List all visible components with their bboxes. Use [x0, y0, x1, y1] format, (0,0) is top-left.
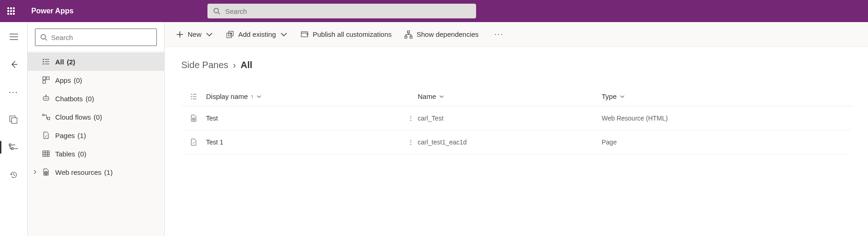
hamburger-button[interactable]: [5, 28, 23, 46]
add-existing-icon: [226, 30, 235, 39]
nav-list: All (2) Apps (0) Chatbots (0) Cloud flow…: [28, 51, 164, 181]
rail-more-button[interactable]: ···: [5, 83, 23, 101]
nav-count: (0): [94, 113, 102, 121]
sidebar: All (2) Apps (0) Chatbots (0) Cloud flow…: [28, 22, 165, 236]
header-display-name[interactable]: Display name ↑: [206, 92, 418, 100]
rail-objects-button[interactable]: [5, 110, 23, 129]
breadcrumb: Side Panes › All: [165, 47, 868, 70]
nav-label: Pages: [55, 132, 75, 139]
new-button[interactable]: New: [176, 30, 213, 39]
nav-count: (2): [67, 58, 75, 66]
chatbot-icon: [41, 95, 51, 102]
chevron-down-icon: [620, 94, 625, 99]
list-icon: [190, 93, 197, 100]
arrow-left-icon: [10, 60, 18, 69]
svg-point-29: [46, 95, 46, 96]
sidebar-search[interactable]: [35, 29, 157, 46]
search-icon: [40, 34, 47, 41]
list-tree-icon: [9, 143, 19, 151]
svg-rect-26: [43, 81, 46, 83]
nav-item-pages[interactable]: Pages (1): [28, 126, 164, 144]
header-label: Display name: [206, 92, 248, 100]
nav-item-tables[interactable]: Tables (0): [28, 144, 164, 163]
global-search-input[interactable]: [225, 7, 471, 15]
row-actions-button[interactable]: ⋮: [404, 115, 418, 122]
nav-item-cloudflows[interactable]: Cloud flows (0): [28, 108, 164, 126]
app-launcher-button[interactable]: [0, 0, 22, 22]
breadcrumb-root[interactable]: Side Panes: [181, 60, 228, 70]
chevron-down-icon: [439, 94, 444, 99]
add-existing-button[interactable]: Add existing: [226, 30, 288, 39]
ellipsis-icon: ···: [9, 87, 18, 97]
nav-item-webresources[interactable]: Web resources (1): [28, 163, 164, 181]
svg-rect-48: [408, 31, 410, 33]
top-bar: Power Apps: [0, 0, 868, 22]
command-bar: New Add existing Publish all customizati…: [165, 22, 868, 47]
row-display-name: Test 1: [206, 138, 404, 146]
nav-count: (1): [78, 132, 86, 139]
header-label: Type: [602, 92, 617, 100]
header-type[interactable]: Type: [602, 92, 851, 100]
command-overflow-button[interactable]: ···: [492, 29, 507, 39]
svg-line-1: [218, 12, 220, 14]
chevron-down-icon: [205, 30, 213, 39]
nav-count: (0): [74, 76, 82, 84]
nav-label: Chatbots: [55, 95, 83, 103]
global-search[interactable]: [207, 4, 476, 18]
grid-header: Display name ↑ Name Type: [181, 87, 851, 106]
sidebar-search-input[interactable]: [51, 34, 152, 41]
vertical-ellipsis-icon: ⋮: [408, 138, 414, 146]
svg-rect-50: [410, 36, 413, 38]
svg-point-20: [43, 61, 44, 62]
rail-solution-button[interactable]: [5, 138, 23, 156]
table-row[interactable]: Test ⋮ carl_Test Web Resource (HTML): [181, 106, 851, 130]
nav-item-chatbots[interactable]: Chatbots (0): [28, 89, 164, 108]
vertical-ellipsis-icon: ⋮: [408, 115, 414, 122]
data-grid: Display name ↑ Name Type Test ⋮ carl_Tes…: [165, 87, 868, 154]
nav-item-apps[interactable]: Apps (0): [28, 71, 164, 89]
svg-rect-25: [46, 77, 49, 80]
table-row[interactable]: Test 1 ⋮ carl_test1_eac1d Page: [181, 130, 851, 154]
flow-icon: [41, 114, 51, 120]
left-rail: ···: [0, 22, 28, 236]
waffle-icon: [7, 7, 15, 15]
svg-point-55: [191, 94, 192, 95]
svg-point-32: [42, 114, 44, 116]
row-actions-button[interactable]: ⋮: [404, 138, 418, 146]
nav-label: All: [55, 58, 64, 66]
svg-rect-10: [11, 148, 13, 150]
nav-item-all[interactable]: All (2): [28, 52, 164, 71]
dependencies-button[interactable]: Show dependencies: [404, 30, 478, 39]
nav-count: (0): [78, 150, 86, 158]
svg-point-59: [191, 98, 192, 99]
row-type: Page: [602, 138, 851, 146]
cmd-label: Show dependencies: [416, 30, 478, 38]
svg-line-15: [14, 175, 15, 176]
webresource-icon: [181, 115, 206, 122]
back-button[interactable]: [5, 55, 23, 74]
chevron-down-icon: [256, 94, 262, 99]
publish-button[interactable]: Publish all customizations: [301, 30, 392, 39]
plus-icon: [176, 30, 184, 39]
svg-line-17: [45, 39, 47, 40]
row-name: carl_Test: [418, 115, 602, 122]
nav-label: Cloud flows: [55, 113, 91, 121]
apps-icon: [41, 76, 51, 84]
page-icon: [181, 138, 206, 146]
nav-count: (0): [86, 95, 94, 103]
svg-rect-27: [43, 97, 49, 100]
nav-label: Tables: [55, 150, 75, 158]
ellipsis-icon: ···: [494, 29, 504, 39]
header-icon-col[interactable]: [181, 93, 206, 100]
svg-point-16: [41, 35, 46, 39]
search-icon: [213, 7, 220, 15]
table-icon: [41, 150, 51, 157]
row-name: carl_test1_eac1d: [418, 138, 602, 146]
rail-history-button[interactable]: [5, 166, 23, 184]
svg-rect-34: [43, 151, 49, 156]
header-label: Name: [418, 92, 436, 100]
svg-rect-8: [9, 144, 11, 146]
globe-icon: [41, 168, 51, 176]
header-name[interactable]: Name: [418, 92, 602, 100]
svg-point-30: [45, 98, 46, 99]
